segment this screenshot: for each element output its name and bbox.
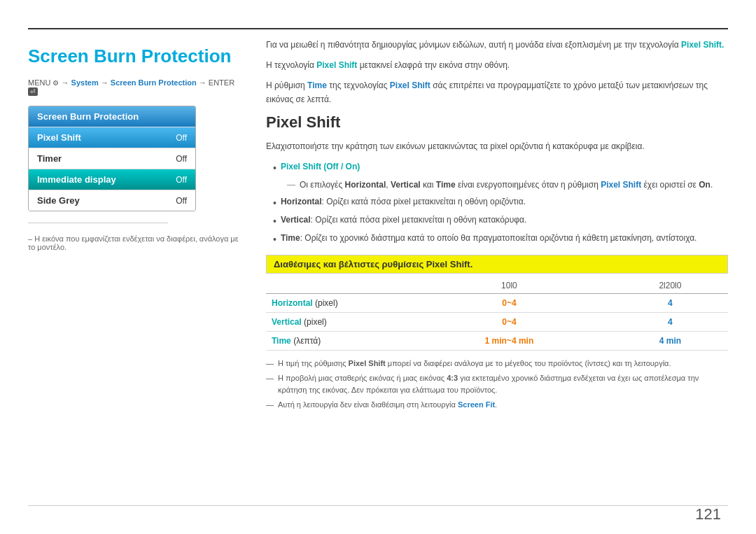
- enter-icon: ⏎: [28, 87, 38, 96]
- intro-text-3-mid: της τεχνολογίας: [329, 80, 387, 90]
- horizontal-label: Horizontal: [272, 298, 313, 308]
- menu-item-side-grey[interactable]: Side Grey Off: [29, 190, 195, 211]
- menu-prefix: MENU: [28, 78, 50, 87]
- footer-note-2: — Η προβολή μιας σταθερής εικόνας ή μιας…: [266, 372, 728, 395]
- bullet-dot-4: •: [273, 232, 276, 247]
- menu-enter-label: ENTER: [209, 78, 234, 87]
- table-row-vertical: Vertical (pixel) 0~4 4: [266, 312, 728, 331]
- table-header-row: 10l0 2l20l0: [266, 278, 728, 294]
- bullet-vertical: • Vertical: Ορίζει κατά πόσα pixel μετακ…: [273, 213, 728, 229]
- pixel-shift-off-on-link: Pixel Shift (Off / On): [281, 160, 360, 174]
- table-col-label: [266, 278, 406, 294]
- intro-time: Time: [307, 80, 327, 90]
- bullet-dot-3: •: [273, 213, 276, 229]
- table-col-1010: 10l0: [406, 278, 612, 294]
- right-panel: Για να μειωθεί η πιθανότητα δημιουργίας …: [266, 38, 728, 492]
- vertical-value: 4: [612, 312, 728, 331]
- bullet-pixel-shift-off-on: • Pixel Shift (Off / On): [273, 160, 728, 176]
- pixel-shift-label: Pixel Shift: [37, 132, 81, 143]
- immediate-display-label: Immediate display: [37, 174, 116, 185]
- footer-note-2-text: Η προβολή μιας σταθερής εικόνας ή μιας ε…: [278, 372, 728, 395]
- dash-1: —: [266, 358, 274, 370]
- horizontal-row-label: Horizontal (pixel): [266, 293, 406, 312]
- menu-arrow2: →: [101, 78, 111, 87]
- menu-item-immediate-display[interactable]: Immediate display Off: [29, 169, 195, 190]
- dash-2: —: [266, 372, 274, 395]
- vertical-suffix: (pixel): [304, 317, 327, 327]
- dash-3: —: [266, 399, 274, 411]
- menu-system: System: [71, 78, 99, 87]
- page-title: Screen Burn Protection: [28, 45, 245, 67]
- side-grey-value: Off: [176, 196, 187, 206]
- intro-link-1: Pixel Shift.: [681, 40, 724, 50]
- intro-paragraph-3: Η ρύθμιση Time της τεχνολογίας Pixel Shi…: [266, 79, 728, 106]
- menu-icon: ⚙: [52, 79, 59, 87]
- menu-path: MENU ⚙ → System → Screen Burn Protection…: [28, 78, 245, 96]
- side-grey-label: Side Grey: [37, 195, 80, 206]
- footer-note-3-text: Αυτή η λειτουργία δεν είναι διαθέσιμη στ…: [278, 399, 497, 411]
- time-value: 4 min: [612, 331, 728, 350]
- top-divider: [28, 28, 728, 29]
- timer-label: Timer: [37, 153, 62, 164]
- time-text: Time: Ορίζει το χρονικό διάστημα κατά το…: [281, 232, 697, 245]
- vertical-label: Vertical: [272, 317, 302, 327]
- time-range: 1 min~4 min: [406, 331, 612, 350]
- table-col-21200: 2l20l0: [612, 278, 728, 294]
- time-label: Time: [272, 336, 291, 346]
- horizontal-range: 0~4: [406, 293, 612, 312]
- horizontal-value: 4: [612, 293, 728, 312]
- page-number: 121: [695, 505, 721, 524]
- immediate-display-value: Off: [176, 175, 187, 185]
- vertical-text: Vertical: Ορίζει κατά πόσα pixel μετακιν…: [281, 213, 526, 227]
- menu-arrow3: →: [199, 78, 209, 87]
- bullet-dot-2: •: [273, 195, 276, 211]
- horizontal-text: Horizontal: Ορίζει κατά πόσα pixel μετακ…: [281, 195, 526, 209]
- bullet-section: • Pixel Shift (Off / On) — Οι επιλογές H…: [273, 160, 728, 248]
- footer-note-1: — Η τιμή της ρύθμισης Pixel Shift μπορεί…: [266, 358, 728, 370]
- pixel-shift-table: 10l0 2l20l0 Horizontal (pixel) 0~4 4 Ver…: [266, 278, 728, 351]
- screen-burn-menu: Screen Burn Protection Pixel Shift Off T…: [28, 106, 196, 211]
- pixel-shift-intro: Ελαχιστοποιήστε την κράτηση των εικόνων …: [266, 140, 728, 153]
- table-row-time: Time (λεπτά) 1 min~4 min 4 min: [266, 331, 728, 350]
- left-note: – Η εικόνα που εμφανίζεται ενδέχεται να …: [28, 234, 245, 251]
- horizontal-suffix: (pixel): [315, 298, 338, 308]
- intro-paragraph-1: Για να μειωθεί η πιθανότητα δημιουργίας …: [266, 38, 728, 52]
- table-row-horizontal: Horizontal (pixel) 0~4 4: [266, 293, 728, 312]
- left-divider: [28, 223, 168, 223]
- best-settings-bar: Διαθέσιμες και βέλτιστες ρυθμίσεις Pixel…: [266, 255, 728, 274]
- intro-text-1: Για να μειωθεί η πιθανότητα δημιουργίας …: [266, 40, 679, 50]
- menu-item-timer[interactable]: Timer Off: [29, 148, 195, 169]
- bullet-dot-1: •: [273, 160, 276, 176]
- intro-text-2: Η τεχνολογία: [266, 60, 314, 70]
- time-row-label: Time (λεπτά): [266, 331, 406, 350]
- intro-pixel-shift: Pixel Shift: [390, 80, 430, 90]
- intro-text-3-pre: Η ρύθμιση: [266, 80, 305, 90]
- intro-paragraph-2: Η τεχνολογία Pixel Shift μετακινεί ελαφρ…: [266, 59, 728, 72]
- footer-note-1-text: Η τιμή της ρύθμισης Pixel Shift μπορεί ν…: [278, 358, 671, 370]
- timer-value: Off: [176, 154, 187, 164]
- footer-notes: — Η τιμή της ρύθμισης Pixel Shift μπορεί…: [266, 358, 728, 411]
- intro-text-2b: μετακινεί ελαφρά την εικόνα στην οθόνη.: [360, 60, 510, 70]
- vertical-row-label: Vertical (pixel): [266, 312, 406, 331]
- pixel-shift-section-title: Pixel Shift: [266, 113, 728, 132]
- menu-item: Screen Burn Protection: [111, 78, 197, 87]
- pixel-shift-value: Off: [176, 133, 187, 143]
- screen-burn-header: Screen Burn Protection: [29, 106, 195, 127]
- bottom-divider: [28, 505, 728, 506]
- time-suffix: (λεπτά): [293, 336, 321, 346]
- bullet-time: • Time: Ορίζει το χρονικό διάστημα κατά …: [273, 232, 728, 247]
- bullet-horizontal: • Horizontal: Ορίζει κατά πόσα pixel μετ…: [273, 195, 728, 211]
- menu-item-pixel-shift[interactable]: Pixel Shift Off: [29, 127, 195, 148]
- vertical-range: 0~4: [406, 312, 612, 331]
- menu-arrow1: →: [62, 78, 71, 87]
- sub-bullet-horizontal-vertical: — Οι επιλογές Horizontal, Vertical και T…: [287, 178, 728, 192]
- footer-note-3: — Αυτή η λειτουργία δεν είναι διαθέσιμη …: [266, 399, 728, 411]
- left-panel: Screen Burn Protection MENU ⚙ → System →…: [28, 38, 245, 492]
- sub-bullet-text: Οι επιλογές Horizontal, Vertical και Tim…: [300, 178, 713, 192]
- intro-link-2: Pixel Shift: [316, 60, 357, 70]
- sub-dash: —: [287, 178, 295, 192]
